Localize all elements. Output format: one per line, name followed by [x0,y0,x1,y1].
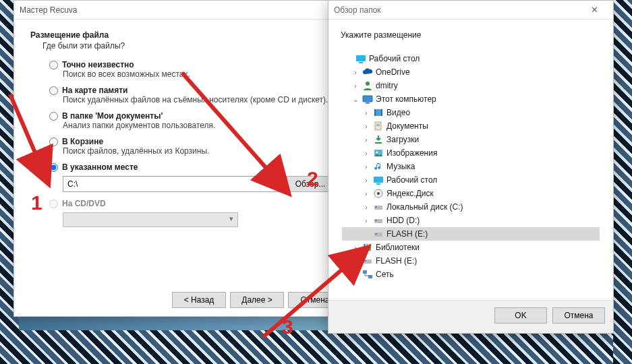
libraries-icon [362,242,373,253]
back-button[interactable]: < Назад [172,292,226,308]
tree-label: dmitry [376,81,398,90]
svg-rect-8 [374,109,376,116]
tree-node-pictures[interactable]: › Изображения [342,146,600,160]
folder-tree[interactable]: ▸ Рабочий стол › OneDrive › dmitry [341,52,601,295]
radio-docs[interactable] [49,112,58,121]
option-recycle-label: В Корзине [62,137,103,146]
drive-icon [373,215,384,226]
tree-label: Яндекс.Диск [386,189,434,198]
tree-node-desktop2[interactable]: › Рабочий стол [342,173,600,187]
svg-point-4 [366,82,370,86]
tree-node-yandex[interactable]: › Яндекс.Диск [342,187,600,200]
svg-rect-16 [374,177,383,183]
svg-rect-23 [375,220,377,221]
user-icon [362,80,373,91]
drive-icon [362,255,373,266]
tree-node-thispc[interactable]: ⌄ Этот компьютер [342,92,600,106]
svg-rect-30 [364,260,366,262]
tree-label: Музыка [386,162,415,171]
tree-label: Локальный диск (C:) [386,202,463,212]
radio-cddvd [49,200,58,208]
recuva-wizard-window: Мастер Recuva Размещение файла Где были … [13,0,351,317]
option-cddvd[interactable]: На CD/DVD [49,199,334,227]
tree-label: Видео [386,108,410,117]
wizard-title: Мастер Recuva [20,5,78,15]
download-icon [373,134,384,145]
radio-custom[interactable] [49,163,58,172]
tree-label: Документы [386,121,428,131]
svg-rect-9 [381,109,382,116]
svg-rect-11 [376,124,380,125]
wizard-heading: Размещение файла [30,30,334,40]
radio-recycle[interactable] [49,138,58,146]
desktop-icon [355,53,366,64]
desktop-icon [373,175,384,185]
browser-title: Обзор папок [334,5,381,15]
next-button[interactable]: Далее > [230,292,284,308]
tree-label: Загрузки [386,135,419,144]
radio-unknown[interactable] [49,61,58,69]
monitor-icon [362,94,373,104]
browser-prompt: Укажите размещение [341,30,601,40]
yandex-disk-icon [373,188,384,199]
documents-icon [373,121,384,131]
option-recycle[interactable]: В Корзине Поиск файлов, удалённых из Кор… [49,137,334,156]
tree-node-documents[interactable]: › Документы [342,119,600,133]
svg-rect-28 [369,244,371,251]
svg-rect-13 [375,142,382,144]
video-icon [373,107,384,118]
option-custom[interactable]: В указанном месте Обзор... [49,162,334,192]
option-unknown-label: Точно неизвестно [62,60,134,69]
tree-node-libraries[interactable]: › Библиотеки [342,241,600,254]
option-recycle-desc: Поиск файлов, удалённых из Корзины. [63,146,334,156]
option-docs[interactable]: В папке 'Мои документы' Анализ папки док… [49,111,334,130]
tree-node-user[interactable]: › dmitry [342,79,600,92]
tree-node-edrive2[interactable]: › FLASH (E:) [342,254,600,268]
tree-label: Рабочий стол [386,175,437,185]
drive-icon [373,202,384,212]
tree-node-downloads[interactable]: › Загрузки [342,133,600,146]
close-icon[interactable]: ✕ [581,5,608,15]
svg-rect-3 [359,62,363,63]
svg-rect-27 [366,244,368,251]
tree-label: Рабочий стол [369,54,420,63]
folder-browser-window: Обзор папок ✕ Укажите размещение ▸ Рабоч… [328,0,614,334]
tree-label: HDD (D:) [386,216,420,225]
cloud-icon [362,67,373,78]
svg-point-19 [377,192,380,195]
path-input[interactable] [63,176,283,192]
svg-rect-5 [363,96,372,102]
option-docs-desc: Анализ папки документов пользователя. [63,121,334,130]
tree-node-ddrive[interactable]: › HDD (D:) [342,214,600,227]
cddvd-select-disabled [63,212,238,227]
tree-node-onedrive[interactable]: › OneDrive [342,65,600,79]
network-icon [362,269,373,280]
wizard-titlebar[interactable]: Мастер Recuva [14,1,350,20]
option-unknown[interactable]: Точно неизвестно Поиск во всех возможных… [49,60,334,79]
tree-label: FLASH (E:) [386,229,428,239]
browser-cancel-button[interactable]: Отмена [552,307,605,324]
tree-node-videos[interactable]: › Видео [342,106,600,119]
option-card[interactable]: На карте памяти Поиск удалённых файлов н… [49,86,334,104]
option-unknown-desc: Поиск во всех возможных местах. [63,69,334,79]
ok-button[interactable]: OK [494,307,547,324]
svg-rect-25 [375,233,377,235]
svg-rect-2 [356,55,366,61]
tree-node-music[interactable]: › Музыка [342,160,600,173]
music-icon [373,161,384,172]
tree-node-cdrive[interactable]: › Локальный диск (C:) [342,200,600,214]
svg-rect-26 [364,244,366,251]
svg-rect-17 [376,183,380,185]
browse-button[interactable]: Обзор... [287,176,334,192]
browser-titlebar[interactable]: Обзор папок ✕ [328,1,613,20]
radio-card[interactable] [49,86,58,95]
tree-label: Этот компьютер [376,94,436,104]
tree-label: Изображения [386,148,437,158]
tree-node-network[interactable]: › Сеть [342,268,600,281]
tree-node-edrive[interactable]: › FLASH (E:) [342,227,600,241]
svg-point-15 [376,152,378,154]
drive-icon [373,229,384,239]
option-docs-label: В папке 'Мои документы' [62,111,163,121]
tree-node-desktop[interactable]: ▸ Рабочий стол [342,52,600,65]
tree-label: FLASH (E:) [376,256,417,266]
